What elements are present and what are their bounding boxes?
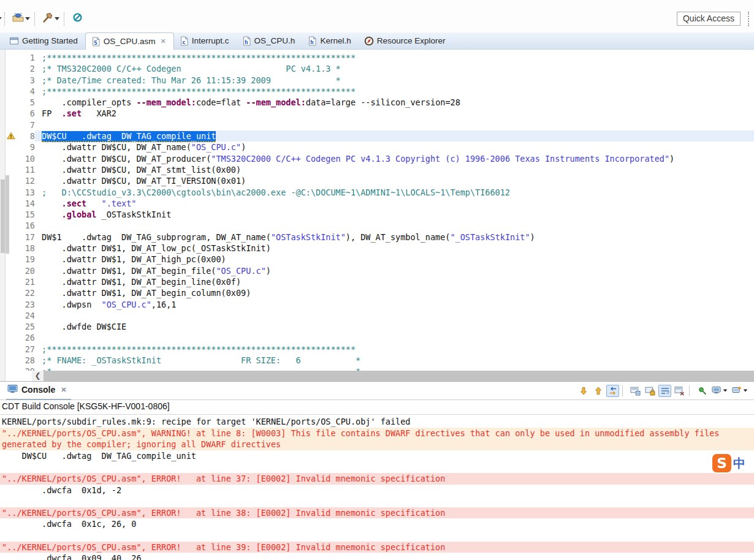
debug-dropdown-icon[interactable] (25, 17, 30, 20)
show-stdout-icon[interactable] (629, 385, 642, 397)
quick-access-box[interactable]: Quick Access (677, 12, 741, 26)
tab-label: OS_CPU.asm (104, 37, 156, 46)
word-wrap-icon[interactable] (658, 385, 671, 397)
scroll-lock-icon[interactable] (644, 385, 657, 397)
warning-icon (7, 132, 15, 140)
code-text: ;***************************************… (35, 86, 754, 97)
close-icon[interactable]: ✕ (161, 37, 166, 45)
search-button[interactable] (70, 10, 85, 27)
next-item-icon[interactable] (577, 385, 590, 397)
line-number: 18 (17, 243, 35, 254)
annotation-ruler-cell (6, 97, 17, 108)
console-line-blank (0, 496, 754, 507)
console-line-blank (0, 530, 754, 542)
console-toolbar (577, 385, 754, 397)
tab-label: OS_CPU.h (254, 36, 295, 45)
scrollbar-thumb[interactable] (44, 371, 754, 381)
code-text: .dwattr DW$CU, DW_AT_producer("TMS320C20… (35, 153, 754, 164)
tab-resource-explorer[interactable]: Resource Explorer (359, 32, 453, 49)
code-text: ; D:\CCStudio_v3.3\C2000\cgtools\bin\ac2… (35, 187, 754, 198)
annotation-ruler-cell (6, 254, 17, 265)
ime-indicator[interactable]: S 中 (712, 454, 745, 472)
console-line-error: "../KERNEL/ports/OS_CPU.asm", ERROR! at … (0, 507, 754, 519)
editor-lines[interactable]: 1;**************************************… (6, 50, 754, 371)
code-text: .dwattr DW$CU, DW_AT_stmt_list(0x00) (35, 164, 754, 175)
editor-line: 3;* Date/Time created: Thu Mar 26 11:15:… (6, 75, 754, 86)
code-text: ;***************************************… (35, 52, 754, 63)
console-output[interactable]: KERNEL/ports/subdir_rules.mk:9: recipe f… (0, 415, 754, 560)
line-number: 5 (17, 97, 35, 108)
code-text: .global _OSTaskStkInit (35, 209, 754, 220)
build-dropdown-icon[interactable] (55, 17, 59, 20)
clear-console-icon[interactable] (673, 385, 686, 397)
line-number: 25 (17, 321, 35, 332)
previous-item-icon[interactable] (592, 385, 604, 397)
annotation-ruler-cell (6, 153, 17, 164)
tab-interrupt-c[interactable]: cInterrupt.c (174, 32, 237, 49)
editor-line: 4;**************************************… (6, 86, 754, 97)
toolbar-separator (4, 12, 8, 26)
console-line-plain: .dwcfa 0x1d, -2 (0, 485, 754, 496)
line-number: 9 (17, 142, 35, 153)
annotation-ruler-cell (6, 220, 17, 231)
annotation-ruler-cell (6, 131, 17, 142)
annotation-ruler-cell (6, 265, 17, 276)
editor-line: 16 (6, 220, 754, 231)
display-selected-console-icon[interactable] (710, 385, 729, 397)
annotation-ruler-cell (6, 175, 17, 186)
line-number: 16 (17, 220, 35, 231)
editor-line: 22 .dwattr DW$1, DW_AT_begin_column(0x09… (6, 287, 754, 298)
annotation-ruler-cell (6, 310, 17, 321)
tab-console[interactable]: Console ✕ (6, 382, 71, 400)
close-icon[interactable]: ✕ (61, 386, 66, 394)
editor-line: 24 (6, 310, 754, 321)
annotation-ruler-cell (6, 108, 17, 119)
ime-logo-icon[interactable]: S (712, 454, 731, 472)
annotation-ruler-cell (6, 299, 17, 310)
editor-horizontal-scrollbar[interactable]: ❮ (6, 371, 754, 381)
annotation-ruler-cell (6, 86, 17, 97)
tab-os-cpu-h[interactable]: hOS_CPU.h (237, 32, 303, 49)
ime-language-label: 中 (733, 455, 745, 472)
editor-line: 29;* * (6, 366, 754, 371)
console-line-plain: .dwcfa 0x1c, 26, 0 (0, 518, 754, 530)
editor-line: 20 .dwattr DW$1, DW_AT_begin_file("OS_CP… (6, 265, 754, 276)
code-text: ;***************************************… (35, 344, 754, 355)
tab-kernel-h[interactable]: hKernel.h (302, 32, 358, 49)
line-number: 12 (17, 175, 35, 186)
scroll-left-button[interactable]: ❮ (32, 371, 44, 381)
line-number: 13 (17, 187, 35, 198)
code-text: .dwattr DW$1, DW_AT_begin_column(0x09) (35, 287, 754, 298)
code-text: DW$1 .dwtag DW_TAG_subprogram, DW_AT_nam… (35, 232, 754, 243)
build-button[interactable] (40, 11, 61, 27)
line-number: 17 (17, 232, 35, 243)
dropdown-icon[interactable] (744, 390, 747, 392)
console-icon (7, 384, 18, 396)
dropdown-icon[interactable] (723, 390, 727, 392)
code-text (35, 119, 754, 131)
left-ruler-thumb[interactable] (1, 180, 5, 253)
overflow-chevron-icon[interactable] (0, 17, 2, 20)
pin-console-icon[interactable] (696, 385, 709, 397)
console-line-plain: .dwcfa 0x09, 40, 26 (0, 553, 754, 560)
annotation-ruler-cell (6, 232, 17, 243)
left-ruler[interactable] (0, 50, 6, 381)
svg-text:h: h (310, 38, 314, 45)
console-line-warning: "../KERNEL/ports/OS_CPU.asm", WARNING! a… (0, 428, 754, 450)
tab-getting-started[interactable]: Getting Started (4, 32, 85, 49)
line-number: 27 (17, 344, 35, 355)
editor-line: 15 .global _OSTaskStkInit (6, 209, 754, 220)
code-text (35, 310, 754, 321)
annotation-ruler-cell (6, 209, 17, 220)
editor-line: 28;* FNAME: _OSTaskStkInit FR SIZE: 6 * (6, 355, 754, 366)
editor-line: 9 .dwattr DW$CU, DW_AT_name("OS_CPU.c") (6, 142, 754, 153)
debug-button[interactable] (10, 11, 32, 27)
editor-line: 19 .dwattr DW$1, DW_AT_high_pc(0x00) (6, 254, 754, 265)
annotation-ruler-cell (6, 287, 17, 298)
tab-os-cpu-asm[interactable]: SOS_CPU.asm✕ (85, 32, 174, 50)
code-text: .compiler_opts --mem_model:code=flat --m… (35, 97, 754, 108)
ide-window: Quick Access Getting StartedSOS_CPU.asm✕… (0, 0, 754, 560)
console-line-plain: KERNEL/ports/subdir_rules.mk:9: recipe f… (0, 416, 754, 428)
open-console-icon[interactable] (731, 385, 749, 397)
activate-on-output-icon[interactable] (606, 385, 619, 397)
